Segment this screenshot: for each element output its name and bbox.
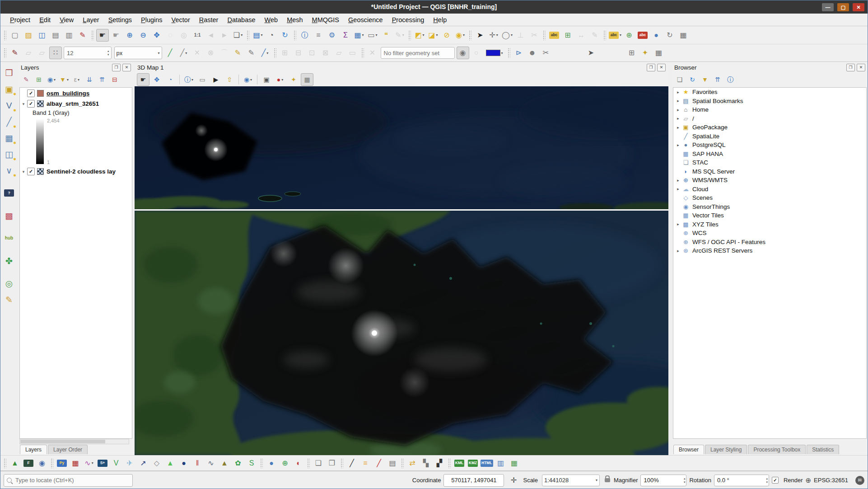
filter-browser-icon[interactable]: ▼	[699, 74, 711, 85]
globe-plugin-icon[interactable]: ●	[650, 29, 663, 42]
deselect-features-icon[interactable]: ◪▾	[427, 29, 439, 42]
browser-item-xyz-tiles[interactable]: ▸▩XYZ Tiles	[673, 220, 866, 229]
open-layer-styling-icon[interactable]: ✎	[20, 74, 32, 85]
zoom-out-icon[interactable]: ⊖	[137, 29, 149, 42]
export-kml-icon[interactable]: KML	[453, 457, 466, 470]
tab-processing-toolbox[interactable]: Processing Toolbox	[748, 445, 806, 454]
zoom-full-3d-icon[interactable]: ✥	[150, 73, 163, 86]
close-panel-icon[interactable]: ✕	[857, 64, 865, 71]
filter-by-expression-icon[interactable]: ε▾	[71, 74, 83, 85]
copy-canvas-icon[interactable]: ❏	[312, 457, 325, 470]
remove-layer-icon[interactable]: ⊟	[109, 74, 121, 85]
magnifier-spinner[interactable]: 100% ▴▾	[640, 475, 686, 486]
locate-search[interactable]	[4, 474, 133, 487]
change-label-icon[interactable]: ✎	[588, 29, 601, 42]
menu-web[interactable]: Web	[260, 15, 283, 25]
show-sum-features-icon[interactable]: Σ	[339, 29, 352, 42]
arc-tool-icon[interactable]: ⌒	[218, 47, 231, 59]
animations-play-icon[interactable]: ▶	[210, 73, 222, 86]
new-spatial-bookmark-icon[interactable]: ▤▾	[252, 29, 264, 42]
camera-rotation-icon[interactable]: ◔	[164, 73, 177, 86]
spinner-arrows-icon[interactable]: ▴▾	[107, 49, 109, 56]
zoom-last-icon[interactable]: ◄	[205, 29, 217, 42]
contour-tool-icon[interactable]: ≡	[359, 457, 372, 470]
topology-cross-circle-icon[interactable]: ⊗	[205, 47, 217, 59]
vector-gear-icon[interactable]: V	[110, 457, 122, 470]
plot-diagonal-icon[interactable]: ↗	[137, 457, 149, 470]
layer-checkbox[interactable]: ✓	[27, 168, 35, 175]
measure-3d-icon[interactable]: ▭	[196, 73, 209, 86]
messages-icon[interactable]: ✉	[855, 476, 864, 485]
float-panel-icon[interactable]: ❐	[647, 64, 655, 71]
menu-processing[interactable]: Processing	[387, 15, 429, 25]
zoom-to-layer-icon[interactable]: ◎	[177, 29, 190, 42]
label-anchor-points-icon[interactable]: ∷	[49, 47, 62, 59]
coordinate-input[interactable]	[443, 474, 504, 487]
menu-geoscience[interactable]: Geoscience	[344, 15, 387, 25]
green-s-plugin-icon[interactable]: S	[245, 457, 258, 470]
close-button-icon[interactable]: ✕	[852, 2, 865, 12]
layout-manager-icon[interactable]: ▥	[63, 29, 75, 42]
extents-icon[interactable]: ✛	[507, 474, 520, 487]
close-panel-icon[interactable]: ✕	[122, 64, 131, 71]
project-log-icon[interactable]: ✎	[76, 29, 89, 42]
style-node-green-icon[interactable]: ╱	[164, 47, 177, 59]
map-3d-viewport[interactable]	[135, 86, 668, 209]
browser-item-geopackage[interactable]: ▸▣GeoPackage	[673, 123, 866, 132]
expand-arrow-icon[interactable]: ▸	[675, 116, 681, 121]
annotations-icon[interactable]: ✎▾	[393, 29, 406, 42]
move-label-icon[interactable]: ↔	[575, 29, 588, 42]
spinner-arrows-icon[interactable]: ▴▾	[684, 477, 686, 484]
zoom-native-icon[interactable]: 1:1	[191, 29, 204, 42]
new-mesh-layer-icon[interactable]: ◫✱	[2, 147, 16, 161]
menu-vector[interactable]: Vector	[167, 15, 195, 25]
export-html-icon[interactable]: HTML	[480, 457, 494, 470]
highlight-pencil-icon[interactable]: ✎	[232, 47, 244, 59]
add-vertices-tool-icon[interactable]: ⊳	[513, 47, 525, 59]
browser-properties-icon[interactable]: ⓘ	[724, 74, 736, 85]
browser-item-wcs[interactable]: ▸⊕WCS	[673, 229, 866, 238]
font-size-input[interactable]	[66, 49, 106, 57]
qgis2threejs-icon[interactable]: ◇	[150, 457, 163, 470]
collage-export-icon[interactable]: ▦	[508, 457, 521, 470]
move-feature-icon[interactable]: ⊞	[279, 47, 291, 59]
browser-item-scenes[interactable]: ▸◇Scenes	[673, 193, 866, 202]
zoom-in-icon[interactable]: ⊕	[123, 29, 136, 42]
swap-arrows-icon[interactable]: ⇄	[406, 457, 419, 470]
split-features-icon[interactable]: ✂	[528, 29, 541, 42]
expand-arrow-icon[interactable]: ▸	[675, 143, 681, 147]
browser-item-wms-wmts[interactable]: ▸⊕WMS/WMTS	[673, 176, 866, 185]
browser-item-ms-sql-server[interactable]: ▸◗MS SQL Server	[673, 167, 866, 176]
locate-input[interactable]	[14, 476, 120, 484]
add-group-icon[interactable]: ⊞	[33, 74, 45, 85]
osm-edit-icon[interactable]: ✎	[2, 292, 16, 307]
select-by-value-icon[interactable]: ⊘	[440, 29, 453, 42]
menu-database[interactable]: Database	[223, 15, 260, 25]
help-contents-icon[interactable]: ?	[2, 186, 16, 200]
browser-item-sap-hana[interactable]: ▸▦SAP HANA	[673, 150, 866, 159]
layer-item-osm-buildings[interactable]: ✓ osm_buildings	[20, 89, 132, 98]
menu-raster[interactable]: Raster	[195, 15, 223, 25]
vertex-tool-icon[interactable]: ✛▾	[487, 29, 500, 42]
tab-layers[interactable]: Layers	[20, 445, 47, 454]
blue-sphere-icon[interactable]: ●	[265, 457, 278, 470]
earth-engine-icon[interactable]: ●	[177, 457, 190, 470]
maximize-button-icon[interactable]: ▢	[837, 2, 849, 12]
expand-arrow-icon[interactable]: ▸	[675, 99, 681, 103]
filter-zoom-icon[interactable]: ○	[470, 47, 483, 59]
user-profiles-icon[interactable]: ☻	[526, 47, 539, 59]
refresh-secondary-icon[interactable]: ↻	[663, 29, 676, 42]
pan-map-icon[interactable]: ☛	[96, 29, 109, 42]
menu-plugins[interactable]: Plugins	[136, 15, 167, 25]
layer-item-albay-srtm[interactable]: ▾ ✓ albay_srtm_32651	[20, 99, 132, 108]
float-panel-icon[interactable]: ❐	[846, 64, 855, 71]
label-abc-yellow-icon[interactable]: abc▾	[608, 29, 622, 42]
export-kmz-icon[interactable]: KMZ	[467, 457, 479, 470]
open-attribute-table-icon[interactable]: ▦▾	[353, 29, 365, 42]
label-pinned-icon[interactable]: ✎	[9, 47, 21, 59]
map-tips-icon[interactable]: ❝	[380, 29, 392, 42]
add-selected-layers-icon[interactable]: ❏	[674, 74, 686, 85]
menu-layer[interactable]: Layer	[78, 15, 103, 25]
unit-combo[interactable]: px ▾	[114, 47, 162, 59]
browser-item-arcgis-rest-servers[interactable]: ▸⊛ArcGIS REST Servers	[673, 246, 866, 255]
